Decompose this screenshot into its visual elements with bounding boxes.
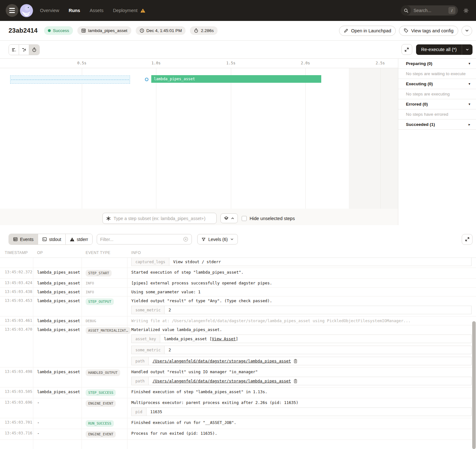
log-row[interactable]: 13:45:02.372lambda_pipes_assetSTEP_START… xyxy=(0,268,476,279)
settings-gear-icon[interactable] xyxy=(463,8,469,14)
copy-icon[interactable] xyxy=(293,359,297,363)
dagster-run-page: OverviewRunsAssetsDeployment / 23ab2414 … xyxy=(0,0,476,449)
log-row[interactable]: 13:45:03.498lambda_pipes_assetHANDLED_OU… xyxy=(0,368,476,387)
log-row[interactable]: 13:45:03.470lambda_pipes_assetASSET_MATE… xyxy=(0,325,476,368)
gantt-chart: 0.5s1.0s1.5s2.0s2.5s lambda_pipes_asset … xyxy=(0,59,398,225)
step-status-sidebar: Preparing (0)▾No steps are waiting to ex… xyxy=(398,59,476,225)
log-row[interactable]: 13:45:03.701-RUN_SUCCESSFinished executi… xyxy=(0,418,476,429)
log-info: Started execution of step "lambda_pipes_… xyxy=(127,268,476,278)
column-header: TIMESTAMP xyxy=(0,251,33,255)
metadata-text: 2 xyxy=(168,308,171,312)
job-tag[interactable]: lambda_pipes_asset xyxy=(77,26,131,35)
column-header: OP xyxy=(33,251,82,255)
event-type-badge: ENGINE_EVENT xyxy=(86,431,116,438)
timeline-gridline xyxy=(82,68,82,225)
reexecute-all-button[interactable]: Re-execute all (*) xyxy=(416,44,473,55)
global-search[interactable]: / xyxy=(401,5,458,16)
layers-icon xyxy=(224,216,229,221)
gantt-step-bar[interactable]: lambda_pipes_asset xyxy=(151,75,321,83)
log-panel: Eventsstdoutstderr Levels (6) TIMESTAMPO… xyxy=(0,225,476,449)
metadata-key: some_metric xyxy=(132,306,165,314)
path-link[interactable]: /Users/alangenfeld/data/dagster/storage/… xyxy=(153,379,291,383)
path-link[interactable]: /Users/alangenfeld/data/dagster/storage/… xyxy=(153,359,291,363)
log-row[interactable]: 13:45:03.424lambda_pipes_assetINFO[pipes… xyxy=(0,279,476,288)
event-type-badge: HANDLED_OUTPUT xyxy=(86,369,120,376)
sidebar-section-succeeded[interactable]: Succeeded (1)▸ xyxy=(398,120,476,130)
sidebar-section-errored[interactable]: Errored (0)▾ xyxy=(398,99,476,109)
chevron-down-icon xyxy=(466,48,469,51)
log-info: Multiprocess executor: parent process ex… xyxy=(127,398,476,418)
search-input[interactable] xyxy=(414,8,445,13)
log-row[interactable]: 13:45:03.505lambda_pipes_assetSTEP_SUCCE… xyxy=(0,387,476,398)
copy-icon[interactable] xyxy=(293,379,297,383)
stopwatch-icon xyxy=(194,28,199,33)
log-table: TIMESTAMPOPEVENT TYPEINFO captured_logsV… xyxy=(0,248,476,449)
hide-unselected-checkbox[interactable]: Hide unselected steps xyxy=(242,216,295,221)
log-event-type: STEP_START xyxy=(82,268,127,278)
log-tab-stderr[interactable]: stderr xyxy=(66,234,92,244)
reexecute-dropdown-button[interactable] xyxy=(462,44,473,55)
metadata-value: 11635 xyxy=(147,408,471,416)
log-row[interactable]: captured_logsView stdout / stderr xyxy=(0,258,476,268)
metadata-entry-pid: pid11635 xyxy=(131,407,472,416)
log-scrollbar[interactable] xyxy=(472,321,476,449)
levels-dropdown-button[interactable]: Levels (6) xyxy=(197,234,238,244)
run-header: 23ab2414 Success lambda_pipes_asset Dec … xyxy=(0,21,476,41)
nav-links: OverviewRunsAssetsDeployment xyxy=(40,8,146,13)
flat-view-icon[interactable] xyxy=(9,45,19,55)
checkbox-icon[interactable] xyxy=(242,216,247,221)
log-event-type: HANDLED_OUTPUT xyxy=(82,368,127,387)
chevron-down-icon xyxy=(465,29,469,33)
hamburger-menu-icon[interactable] xyxy=(6,4,18,17)
dagster-logo-icon[interactable] xyxy=(20,4,33,17)
log-op: lambda_pipes_asset xyxy=(33,268,82,278)
log-filter xyxy=(97,234,192,244)
nav-item-runs[interactable]: Runs xyxy=(68,8,80,13)
log-op: lambda_pipes_asset xyxy=(33,387,82,398)
step-subset-input[interactable] xyxy=(114,216,213,221)
waterfall-view-icon[interactable] xyxy=(19,45,29,55)
log-tab-events[interactable]: Events xyxy=(9,234,38,244)
sidebar-section-preparing[interactable]: Preparing (0)▾ xyxy=(398,59,476,69)
nav-item-overview[interactable]: Overview xyxy=(40,8,59,13)
metadata-text: 11635 xyxy=(150,409,162,414)
log-row[interactable]: 13:45:03.453lambda_pipes_assetSTEP_OUTPU… xyxy=(0,296,476,316)
pencil-icon xyxy=(344,28,349,33)
empty-cell xyxy=(0,440,33,449)
metadata-entry-path: path/Users/alangenfeld/data/dagster/stor… xyxy=(131,377,472,385)
log-timestamp: 13:45:03.696 xyxy=(0,398,33,418)
timeline-gridline xyxy=(231,68,231,225)
run-id: 23ab2414 xyxy=(9,27,38,34)
log-fullscreen-button[interactable] xyxy=(462,234,473,245)
view-asset-link-wrap: [View Asset] xyxy=(210,336,238,341)
metadata-key: some_metric xyxy=(132,346,165,354)
open-in-launchpad-button[interactable]: Open in Launchpad xyxy=(339,26,396,36)
clear-filter-icon[interactable] xyxy=(183,237,188,242)
search-shortcut-badge: / xyxy=(448,7,455,14)
log-info-text: Finished execution of step "lambda_pipes… xyxy=(131,389,472,394)
graph-query-toggle-button[interactable] xyxy=(220,213,238,223)
view-tags-config-button[interactable]: View tags and config xyxy=(399,26,458,36)
nav-item-assets[interactable]: Assets xyxy=(90,8,104,13)
gantt-waiting-box xyxy=(10,75,130,84)
log-row[interactable]: 13:45:03.696-ENGINE_EVENTMultiprocess ex… xyxy=(0,398,476,418)
metadata-key: path xyxy=(132,377,149,385)
sidebar-empty-text: No steps have errored xyxy=(398,109,476,120)
status-badge: Success xyxy=(44,26,73,35)
sidebar-section-executing[interactable]: Executing (0)▾ xyxy=(398,79,476,89)
run-actions-chevron-button[interactable] xyxy=(461,26,472,36)
timed-view-icon[interactable] xyxy=(29,45,39,55)
log-row[interactable]: 13:45:03.716-ENGINE_EVENTProcess for run… xyxy=(0,429,476,440)
log-tab-stdout[interactable]: stdout xyxy=(38,234,66,244)
log-row[interactable]: 13:45:03.461lambda_pipes_assetDEBUGWriti… xyxy=(0,316,476,325)
log-op: lambda_pipes_asset xyxy=(33,368,82,387)
log-info: Yielded output "result" of type "Any". (… xyxy=(127,296,476,316)
caret-down-icon: ▾ xyxy=(468,62,470,66)
nav-item-deployment[interactable]: Deployment xyxy=(113,8,145,13)
log-timestamp: 13:45:03.716 xyxy=(0,429,33,439)
view-asset-link[interactable]: View Asset xyxy=(212,336,236,341)
event-type-badge: ENGINE_EVENT xyxy=(86,400,116,407)
log-row[interactable]: 13:45:03.438lambda_pipes_assetINFOUsing … xyxy=(0,288,476,296)
log-filter-input[interactable] xyxy=(100,237,183,242)
gantt-fullscreen-button[interactable] xyxy=(401,44,412,55)
